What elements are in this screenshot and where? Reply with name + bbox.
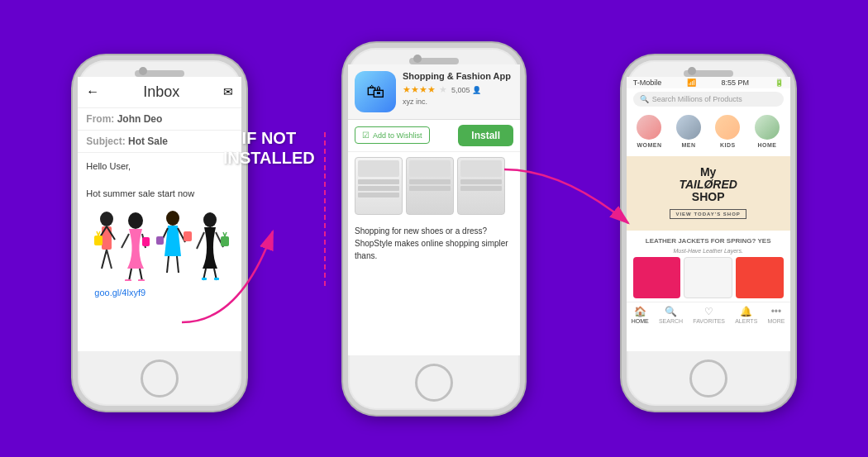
svg-line-20: [167, 256, 169, 273]
email-subject-row: Subject: Hot Sale: [78, 131, 241, 153]
svg-rect-15: [138, 279, 145, 281]
svg-rect-31: [221, 236, 229, 246]
phone-appstore: 🛍 Shopping & Fashion App ★★★★ ★ 5,005 👤 …: [343, 43, 525, 415]
mail-icon: ✉: [223, 85, 233, 98]
svg-point-9: [128, 212, 143, 229]
svg-point-17: [166, 211, 179, 226]
search-nav-icon: 🔍: [665, 306, 677, 317]
if-not-text: IF NOT: [223, 128, 315, 148]
banner-button[interactable]: VIEW TODAY'S SHOP: [670, 209, 746, 219]
nav-home[interactable]: 🏠 HOME: [632, 306, 649, 324]
app-info: Shopping & Fashion App ★★★★ ★ 5,005 👤 xy…: [403, 71, 513, 106]
product-pink-jacket[interactable]: [633, 257, 680, 298]
back-icon[interactable]: ←: [86, 84, 99, 99]
category-row: WOMEN MEN KIDS HOME: [627, 110, 790, 153]
appstore-actions: ☑ Add to Wishlist Install: [348, 120, 520, 152]
nav-more[interactable]: ••• MORE: [767, 306, 785, 324]
email-link-row[interactable]: goo.gl/4lxyf9: [78, 281, 241, 302]
svg-line-21: [177, 256, 179, 273]
alerts-icon: 🔔: [740, 306, 752, 317]
product-white-jacket[interactable]: [684, 257, 732, 298]
kids-label: KIDS: [720, 142, 736, 148]
svg-line-25: [197, 232, 204, 249]
search-icon: 🔍: [640, 95, 649, 103]
app-company: xyz inc.: [403, 98, 513, 106]
more-icon: •••: [771, 306, 782, 317]
phone-shopping: T-Mobile 📶 8:55 PM 🔋 🔍 Search Millions o…: [622, 55, 795, 411]
svg-line-4: [102, 250, 107, 269]
category-kids[interactable]: KIDS: [715, 115, 740, 148]
banner-my: My: [700, 165, 716, 179]
svg-rect-1: [102, 226, 112, 250]
app-reviews: 5,005 👤: [451, 86, 481, 94]
screenshot-3: [457, 157, 505, 215]
category-home[interactable]: HOME: [755, 115, 780, 148]
phone-email: ← Inbox ✉ From: John Deo Subject: Hot Sa…: [73, 55, 246, 411]
products-row: [627, 254, 790, 302]
wishlist-button[interactable]: ☑ Add to Wishlist: [355, 126, 430, 144]
banner-shop: SHOP: [692, 190, 725, 203]
favorites-icon: ♡: [704, 306, 713, 317]
promo-subtitle: Must-Have Leather Layers.: [627, 248, 790, 254]
app-stars: ★★★★: [403, 84, 436, 94]
svg-rect-14: [125, 279, 131, 281]
nav-favorites[interactable]: ♡ FAVORITES: [693, 306, 725, 324]
svg-line-12: [129, 269, 131, 281]
app-icon: 🛍: [355, 71, 396, 112]
status-bar: T-Mobile 📶 8:55 PM 🔋: [627, 77, 790, 88]
home-circle: [755, 115, 780, 140]
shoppers-image: [78, 207, 241, 281]
nav-alerts[interactable]: 🔔 ALERTS: [735, 306, 757, 324]
kids-circle: [715, 115, 740, 140]
product-red-jacket[interactable]: [736, 257, 783, 298]
nav-favorites-label: FAVORITES: [693, 318, 725, 324]
email-body-line2: Hot summer sale start now: [86, 187, 233, 201]
women-label: WOMEN: [637, 142, 661, 148]
women-circle: [637, 115, 661, 140]
screenshots-row: [348, 152, 520, 220]
category-women[interactable]: WOMEN: [637, 115, 661, 148]
email-header: ← Inbox ✉: [78, 77, 241, 108]
email-link[interactable]: goo.gl/4lxyf9: [86, 284, 154, 301]
nav-search[interactable]: 🔍 SEARCH: [659, 306, 683, 324]
install-button[interactable]: Install: [458, 125, 513, 146]
svg-line-10: [122, 234, 129, 248]
camera-dot: [139, 67, 147, 75]
search-bar[interactable]: 🔍 Search Millions of Products: [633, 92, 784, 107]
svg-line-8: [98, 231, 100, 236]
svg-line-5: [107, 250, 112, 269]
promo-title: LEATHER JACKETS FOR SPRING? YES: [627, 234, 790, 248]
appstore-camera: [413, 55, 422, 63]
nav-alerts-label: ALERTS: [735, 318, 757, 324]
inbox-title: Inbox: [143, 83, 179, 101]
installed-text: INSTALLED: [223, 148, 315, 168]
screenshot-1: [355, 157, 403, 215]
status-icons: 📶: [687, 79, 696, 87]
if-not-installed-label: IF NOT INSTALLED: [223, 128, 315, 168]
nav-search-label: SEARCH: [659, 318, 683, 324]
nav-home-label: HOME: [632, 318, 649, 324]
men-circle: [676, 115, 701, 140]
shopping-camera: [688, 67, 696, 75]
svg-rect-30: [214, 278, 219, 280]
svg-point-24: [203, 212, 217, 227]
email-body: Hello User, Hot summer sale start now: [78, 153, 241, 207]
from-value: John Deo: [117, 113, 163, 125]
home-label: HOME: [757, 142, 776, 148]
banner-tailored: TAILØRED: [679, 178, 737, 191]
battery-icon: 🔋: [775, 79, 784, 87]
svg-rect-29: [202, 278, 207, 280]
svg-rect-22: [184, 231, 192, 241]
checkbox-icon: ☑: [362, 131, 370, 140]
shopping-screen: T-Mobile 📶 8:55 PM 🔋 🔍 Search Millions o…: [627, 77, 790, 351]
from-label: From:: [86, 113, 114, 125]
time-text: 8:55 PM: [721, 79, 749, 87]
shoppers-svg: [78, 207, 235, 281]
svg-rect-23: [156, 236, 164, 245]
search-placeholder: Search Millions of Products: [652, 95, 742, 103]
wishlist-label: Add to Wishlist: [373, 131, 422, 140]
nav-more-label: MORE: [767, 318, 785, 324]
category-men[interactable]: MEN: [676, 115, 701, 148]
screenshot-2: [406, 157, 454, 215]
svg-line-33: [225, 232, 227, 236]
